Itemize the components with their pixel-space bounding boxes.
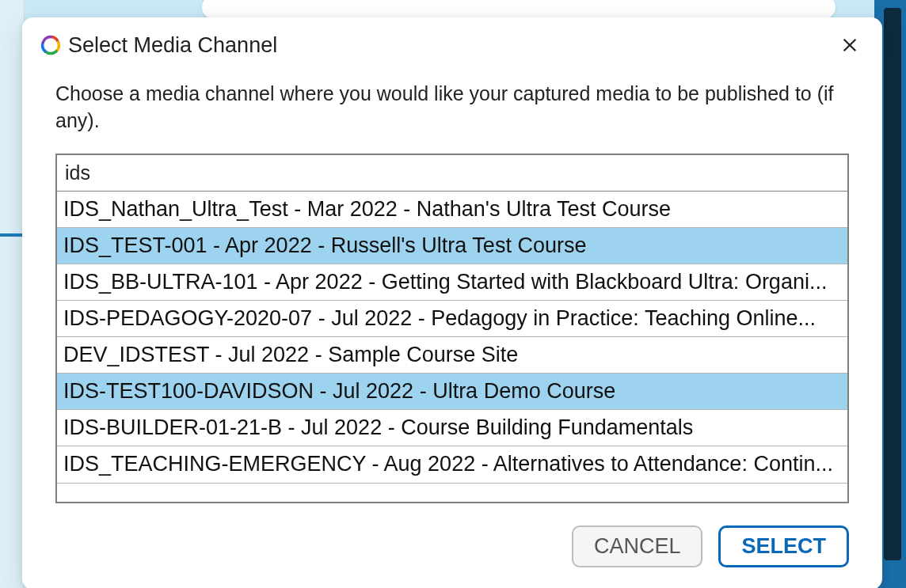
channel-list-item[interactable]: DEV_IDSTEST - Jul 2022 - Sample Course S… — [57, 337, 847, 374]
background-left-strip — [0, 0, 25, 588]
dialog-header: Select Media Channel — [22, 17, 882, 65]
select-media-channel-dialog: Select Media Channel Choose a media chan… — [22, 17, 882, 588]
channel-list-item[interactable]: IDS-BUILDER-01-21-B - Jul 2022 - Course … — [57, 410, 847, 446]
dialog-body: Choose a media channel where you would l… — [22, 65, 882, 511]
dialog-instruction: Choose a media channel where you would l… — [55, 81, 849, 135]
channel-list[interactable]: IDS_Nathan_Ultra_Test - Mar 2022 - Natha… — [57, 191, 847, 502]
close-button[interactable] — [836, 32, 863, 59]
close-icon — [841, 36, 858, 54]
dialog-title: Select Media Channel — [68, 33, 836, 58]
dialog-footer: CANCEL SELECT — [22, 511, 882, 589]
search-and-list-container: IDS_Nathan_Ultra_Test - Mar 2022 - Natha… — [55, 154, 849, 503]
cancel-button[interactable]: CANCEL — [572, 525, 703, 567]
app-logo-icon — [40, 34, 62, 56]
background-search-pill — [202, 0, 836, 19]
channel-list-item[interactable]: IDS_Nathan_Ultra_Test - Mar 2022 - Natha… — [57, 192, 847, 228]
background-sidebar-indicator — [0, 233, 24, 237]
channel-list-item[interactable]: IDS_TEST-001 - Apr 2022 - Russell's Ultr… — [57, 228, 847, 264]
channel-list-item[interactable]: IDS-PEDAGOGY-2020-07 - Jul 2022 - Pedago… — [57, 301, 847, 337]
channel-list-item[interactable]: IDS_TEACHING-EMERGENCY - Aug 2022 - Alte… — [57, 446, 847, 483]
channel-list-item[interactable]: IDS_BB-ULTRA-101 - Apr 2022 - Getting St… — [57, 264, 847, 301]
select-button[interactable]: SELECT — [718, 525, 849, 567]
channel-list-item[interactable]: IDS-TEST100-DAVIDSON - Jul 2022 - Ultra … — [57, 374, 847, 410]
channel-search-input[interactable] — [57, 155, 847, 191]
